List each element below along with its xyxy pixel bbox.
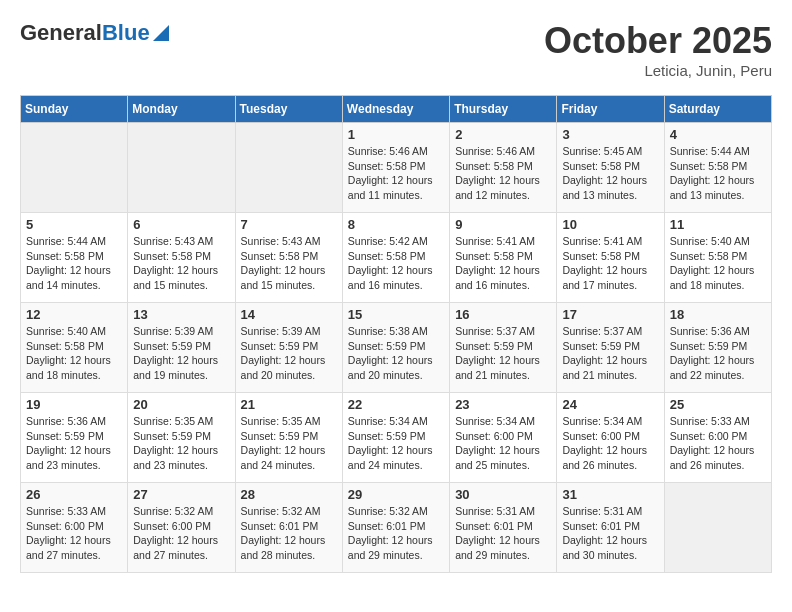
calendar-cell: 23Sunrise: 5:34 AMSunset: 6:00 PMDayligh… (450, 393, 557, 483)
calendar-cell (21, 123, 128, 213)
day-info: Sunrise: 5:41 AMSunset: 5:58 PMDaylight:… (562, 234, 658, 293)
calendar-day-header: Friday (557, 96, 664, 123)
calendar-cell: 29Sunrise: 5:32 AMSunset: 6:01 PMDayligh… (342, 483, 449, 573)
day-number: 16 (455, 307, 551, 322)
calendar-cell: 21Sunrise: 5:35 AMSunset: 5:59 PMDayligh… (235, 393, 342, 483)
day-number: 26 (26, 487, 122, 502)
day-info: Sunrise: 5:34 AMSunset: 6:00 PMDaylight:… (562, 414, 658, 473)
day-number: 25 (670, 397, 766, 412)
calendar-cell: 16Sunrise: 5:37 AMSunset: 5:59 PMDayligh… (450, 303, 557, 393)
calendar-cell: 8Sunrise: 5:42 AMSunset: 5:58 PMDaylight… (342, 213, 449, 303)
day-info: Sunrise: 5:43 AMSunset: 5:58 PMDaylight:… (241, 234, 337, 293)
calendar-cell: 15Sunrise: 5:38 AMSunset: 5:59 PMDayligh… (342, 303, 449, 393)
calendar-cell (128, 123, 235, 213)
day-info: Sunrise: 5:41 AMSunset: 5:58 PMDaylight:… (455, 234, 551, 293)
calendar-cell: 9Sunrise: 5:41 AMSunset: 5:58 PMDaylight… (450, 213, 557, 303)
calendar-cell: 13Sunrise: 5:39 AMSunset: 5:59 PMDayligh… (128, 303, 235, 393)
day-number: 27 (133, 487, 229, 502)
calendar-day-header: Sunday (21, 96, 128, 123)
day-info: Sunrise: 5:43 AMSunset: 5:58 PMDaylight:… (133, 234, 229, 293)
calendar-cell: 26Sunrise: 5:33 AMSunset: 6:00 PMDayligh… (21, 483, 128, 573)
day-number: 1 (348, 127, 444, 142)
day-info: Sunrise: 5:44 AMSunset: 5:58 PMDaylight:… (670, 144, 766, 203)
day-info: Sunrise: 5:40 AMSunset: 5:58 PMDaylight:… (670, 234, 766, 293)
calendar-week-row: 26Sunrise: 5:33 AMSunset: 6:00 PMDayligh… (21, 483, 772, 573)
day-info: Sunrise: 5:46 AMSunset: 5:58 PMDaylight:… (348, 144, 444, 203)
day-number: 22 (348, 397, 444, 412)
calendar-cell (235, 123, 342, 213)
calendar-day-header: Tuesday (235, 96, 342, 123)
day-info: Sunrise: 5:36 AMSunset: 5:59 PMDaylight:… (670, 324, 766, 383)
day-info: Sunrise: 5:37 AMSunset: 5:59 PMDaylight:… (455, 324, 551, 383)
day-number: 31 (562, 487, 658, 502)
calendar-cell: 4Sunrise: 5:44 AMSunset: 5:58 PMDaylight… (664, 123, 771, 213)
day-info: Sunrise: 5:35 AMSunset: 5:59 PMDaylight:… (133, 414, 229, 473)
calendar-week-row: 1Sunrise: 5:46 AMSunset: 5:58 PMDaylight… (21, 123, 772, 213)
day-number: 21 (241, 397, 337, 412)
day-info: Sunrise: 5:34 AMSunset: 5:59 PMDaylight:… (348, 414, 444, 473)
day-info: Sunrise: 5:36 AMSunset: 5:59 PMDaylight:… (26, 414, 122, 473)
calendar-cell: 12Sunrise: 5:40 AMSunset: 5:58 PMDayligh… (21, 303, 128, 393)
day-number: 19 (26, 397, 122, 412)
calendar-cell: 20Sunrise: 5:35 AMSunset: 5:59 PMDayligh… (128, 393, 235, 483)
day-number: 12 (26, 307, 122, 322)
calendar-day-header: Saturday (664, 96, 771, 123)
day-number: 29 (348, 487, 444, 502)
calendar-cell: 27Sunrise: 5:32 AMSunset: 6:00 PMDayligh… (128, 483, 235, 573)
calendar-cell: 30Sunrise: 5:31 AMSunset: 6:01 PMDayligh… (450, 483, 557, 573)
day-number: 18 (670, 307, 766, 322)
calendar-cell: 14Sunrise: 5:39 AMSunset: 5:59 PMDayligh… (235, 303, 342, 393)
day-info: Sunrise: 5:32 AMSunset: 6:01 PMDaylight:… (241, 504, 337, 563)
calendar-cell: 24Sunrise: 5:34 AMSunset: 6:00 PMDayligh… (557, 393, 664, 483)
logo-text: GeneralBlue (20, 20, 169, 46)
day-number: 20 (133, 397, 229, 412)
calendar-cell: 28Sunrise: 5:32 AMSunset: 6:01 PMDayligh… (235, 483, 342, 573)
day-info: Sunrise: 5:32 AMSunset: 6:00 PMDaylight:… (133, 504, 229, 563)
day-number: 11 (670, 217, 766, 232)
day-number: 15 (348, 307, 444, 322)
calendar-body: 1Sunrise: 5:46 AMSunset: 5:58 PMDaylight… (21, 123, 772, 573)
location: Leticia, Junin, Peru (544, 62, 772, 79)
day-number: 17 (562, 307, 658, 322)
calendar-cell: 31Sunrise: 5:31 AMSunset: 6:01 PMDayligh… (557, 483, 664, 573)
day-info: Sunrise: 5:35 AMSunset: 5:59 PMDaylight:… (241, 414, 337, 473)
day-info: Sunrise: 5:38 AMSunset: 5:59 PMDaylight:… (348, 324, 444, 383)
calendar-cell: 17Sunrise: 5:37 AMSunset: 5:59 PMDayligh… (557, 303, 664, 393)
calendar-table: SundayMondayTuesdayWednesdayThursdayFrid… (20, 95, 772, 573)
calendar-cell: 2Sunrise: 5:46 AMSunset: 5:58 PMDaylight… (450, 123, 557, 213)
day-number: 3 (562, 127, 658, 142)
day-info: Sunrise: 5:40 AMSunset: 5:58 PMDaylight:… (26, 324, 122, 383)
day-number: 30 (455, 487, 551, 502)
svg-marker-0 (153, 25, 169, 41)
title-block: October 2025 Leticia, Junin, Peru (544, 20, 772, 79)
logo: GeneralBlue (20, 20, 169, 46)
day-info: Sunrise: 5:34 AMSunset: 6:00 PMDaylight:… (455, 414, 551, 473)
day-number: 7 (241, 217, 337, 232)
calendar-cell: 19Sunrise: 5:36 AMSunset: 5:59 PMDayligh… (21, 393, 128, 483)
calendar-day-header: Wednesday (342, 96, 449, 123)
logo-blue: Blue (102, 20, 150, 46)
day-info: Sunrise: 5:39 AMSunset: 5:59 PMDaylight:… (241, 324, 337, 383)
page-header: GeneralBlue October 2025 Leticia, Junin,… (20, 20, 772, 79)
calendar-day-header: Thursday (450, 96, 557, 123)
calendar-cell: 3Sunrise: 5:45 AMSunset: 5:58 PMDaylight… (557, 123, 664, 213)
day-number: 9 (455, 217, 551, 232)
calendar-cell: 22Sunrise: 5:34 AMSunset: 5:59 PMDayligh… (342, 393, 449, 483)
day-number: 5 (26, 217, 122, 232)
calendar-cell: 10Sunrise: 5:41 AMSunset: 5:58 PMDayligh… (557, 213, 664, 303)
logo-triangle-icon (153, 25, 169, 41)
calendar-cell: 5Sunrise: 5:44 AMSunset: 5:58 PMDaylight… (21, 213, 128, 303)
day-number: 8 (348, 217, 444, 232)
month-title: October 2025 (544, 20, 772, 62)
day-info: Sunrise: 5:37 AMSunset: 5:59 PMDaylight:… (562, 324, 658, 383)
day-number: 6 (133, 217, 229, 232)
calendar-cell: 25Sunrise: 5:33 AMSunset: 6:00 PMDayligh… (664, 393, 771, 483)
day-number: 14 (241, 307, 337, 322)
day-info: Sunrise: 5:42 AMSunset: 5:58 PMDaylight:… (348, 234, 444, 293)
calendar-week-row: 19Sunrise: 5:36 AMSunset: 5:59 PMDayligh… (21, 393, 772, 483)
day-info: Sunrise: 5:45 AMSunset: 5:58 PMDaylight:… (562, 144, 658, 203)
calendar-cell (664, 483, 771, 573)
logo-general: General (20, 20, 102, 46)
calendar-cell: 7Sunrise: 5:43 AMSunset: 5:58 PMDaylight… (235, 213, 342, 303)
calendar-day-header: Monday (128, 96, 235, 123)
